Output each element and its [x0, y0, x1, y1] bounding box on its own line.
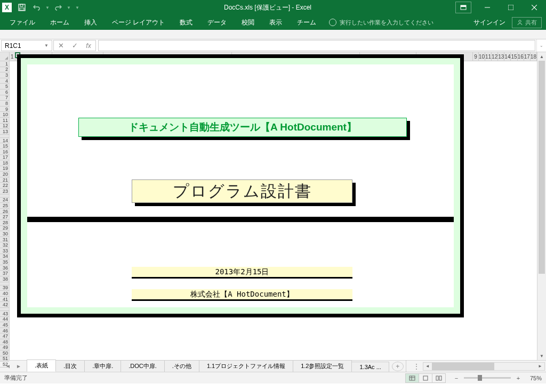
row-header[interactable]: 16	[0, 149, 9, 155]
row-header[interactable]: 12	[0, 124, 9, 129]
hscroll-thumb[interactable]	[432, 363, 494, 370]
qat-dropdown-icon[interactable]: ▼	[66, 5, 71, 10]
page-layout-view-button[interactable]	[419, 373, 432, 383]
row-header[interactable]: 47	[0, 333, 9, 339]
zoom-thumb[interactable]	[478, 375, 482, 381]
row-header[interactable]: 31	[0, 237, 9, 243]
scroll-up-button[interactable]: ▲	[537, 52, 546, 61]
tab-insert[interactable]: 挿入	[77, 15, 105, 30]
row-header[interactable]: 5	[0, 84, 9, 89]
redo-button[interactable]	[51, 1, 65, 14]
row-header[interactable]: 22	[0, 183, 9, 189]
zoom-in-button[interactable]: +	[514, 374, 523, 382]
column-header[interactable]: 11	[485, 52, 492, 61]
vertical-scrollbar[interactable]: ▲ ▼	[537, 52, 546, 360]
row-header[interactable]: 29	[0, 226, 9, 232]
row-header[interactable]: 19	[0, 166, 9, 172]
row-header[interactable]: 48	[0, 339, 9, 345]
column-header[interactable]: 12	[492, 52, 498, 61]
row-header[interactable]: 20	[0, 172, 9, 177]
qat-customize-icon[interactable]: ▼	[75, 5, 80, 10]
column-header[interactable]: 10	[479, 52, 485, 61]
row-header[interactable]: 37	[0, 271, 9, 276]
row-header[interactable]: 45	[0, 322, 9, 328]
row-header[interactable]: 52	[0, 362, 9, 368]
normal-view-button[interactable]	[405, 373, 419, 383]
row-header[interactable]: 49	[0, 345, 9, 351]
row-header[interactable]: 38	[0, 276, 9, 282]
row-header[interactable]: 41	[0, 297, 9, 303]
scroll-right-button[interactable]: ►	[536, 364, 544, 369]
zoom-out-button[interactable]: −	[452, 374, 461, 382]
column-header[interactable]: 9	[473, 52, 479, 61]
column-header[interactable]: 1	[10, 52, 15, 61]
column-header[interactable]: 14	[504, 52, 511, 61]
share-button[interactable]: 共有	[512, 17, 542, 28]
tab-review[interactable]: 校閲	[234, 15, 262, 30]
row-header[interactable]: 7	[0, 95, 9, 101]
signin-link[interactable]: サインイン	[467, 18, 512, 27]
minimize-button[interactable]	[476, 0, 499, 15]
row-header[interactable]: 1	[0, 61, 9, 67]
row-header[interactable]: 4	[0, 78, 9, 84]
sheet-tab[interactable]: .章中扉.	[84, 360, 121, 372]
row-header[interactable]: 36	[0, 265, 9, 271]
sheet-tab[interactable]: .その他	[164, 360, 199, 372]
name-box[interactable]: R1C1 ▼	[1, 40, 52, 51]
tab-home[interactable]: ホーム	[43, 15, 77, 30]
qat-dropdown-icon[interactable]: ▼	[45, 5, 50, 10]
expand-formula-bar[interactable]: ⌄	[536, 39, 546, 52]
tab-team[interactable]: チーム	[290, 15, 324, 30]
row-header[interactable]: 14	[0, 138, 9, 144]
row-header[interactable]: 10	[0, 112, 9, 118]
save-button[interactable]	[15, 1, 29, 14]
cancel-formula-button[interactable]: ✕	[54, 42, 68, 50]
sheet-nav-last[interactable]: ►	[14, 362, 23, 371]
row-header[interactable]: 30	[0, 231, 9, 237]
row-header[interactable]: 32	[0, 242, 9, 248]
insert-function-button[interactable]: fx	[82, 42, 95, 50]
row-header[interactable]: 34	[0, 254, 9, 260]
new-sheet-button[interactable]: +	[392, 362, 404, 371]
row-header[interactable]: 24	[0, 198, 9, 203]
tell-me-search[interactable]: 実行したい作業を入力してください	[324, 19, 439, 27]
row-header[interactable]: 2	[0, 67, 9, 73]
sheet-tab[interactable]: 1.3Ac ...	[351, 362, 389, 372]
row-header[interactable]: 44	[0, 317, 9, 323]
column-header[interactable]: 16	[518, 52, 524, 61]
page-break-view-button[interactable]	[432, 373, 446, 383]
row-header[interactable]: 11	[0, 118, 9, 124]
row-header[interactable]: 8	[0, 101, 9, 107]
row-header[interactable]: 39	[0, 285, 9, 291]
column-header[interactable]: 17	[524, 52, 531, 61]
tab-page-layout[interactable]: ページ レイアウト	[105, 15, 172, 30]
row-header[interactable]: 17	[0, 155, 9, 161]
row-header[interactable]: 40	[0, 291, 9, 297]
sheet-tab[interactable]: 1.1プロジェクトファイル情報	[199, 360, 293, 372]
horizontal-scrollbar[interactable]: ◄ ►	[423, 362, 545, 371]
row-header[interactable]: 13	[0, 129, 9, 135]
tab-view[interactable]: 表示	[262, 15, 290, 30]
tab-formulas[interactable]: 数式	[172, 15, 200, 30]
formula-input[interactable]	[98, 40, 535, 51]
column-header[interactable]: 13	[498, 52, 504, 61]
row-header[interactable]: 35	[0, 259, 9, 265]
maximize-button[interactable]	[499, 0, 523, 15]
column-header[interactable]: 15	[511, 52, 517, 61]
row-header[interactable]: 51	[0, 356, 9, 362]
row-header[interactable]: 21	[0, 177, 9, 183]
sheet-tab[interactable]: .目次	[55, 360, 85, 372]
row-header[interactable]: 3	[0, 72, 9, 78]
row-header[interactable]: 42	[0, 302, 9, 308]
tab-data[interactable]: データ	[200, 15, 234, 30]
row-header[interactable]: 23	[0, 189, 9, 194]
scroll-left-button[interactable]: ◄	[423, 364, 432, 369]
row-header[interactable]: 26	[0, 209, 9, 215]
tab-file[interactable]: ファイル	[2, 15, 43, 30]
chevron-down-icon[interactable]: ▼	[44, 43, 49, 48]
row-header[interactable]: 28	[0, 220, 9, 226]
enter-formula-button[interactable]: ✓	[68, 42, 82, 50]
sheet-tab[interactable]: .表紙	[27, 360, 56, 372]
row-header[interactable]: 9	[0, 107, 9, 112]
zoom-track[interactable]	[464, 377, 511, 379]
